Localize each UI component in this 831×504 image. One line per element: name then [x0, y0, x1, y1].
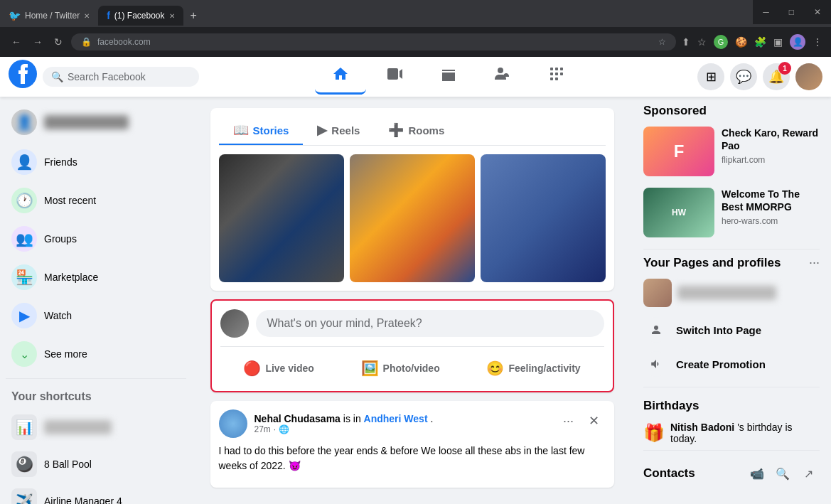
tab-twitter[interactable]: 🐦 Home / Twitter ✕ [0, 6, 98, 26]
nav-home[interactable] [315, 60, 366, 95]
contacts-header: Contacts 📹 🔍 ↗ [643, 462, 820, 485]
svg-rect-7 [550, 73, 553, 75]
sidebar-icon[interactable]: ▣ [773, 36, 783, 48]
svg-point-12 [654, 326, 658, 330]
feeling-activity-button[interactable]: 😊 Feeling/activity [475, 354, 591, 382]
sidebar-item-seemore[interactable]: ⌄ See more [6, 336, 186, 372]
svg-rect-8 [555, 73, 558, 75]
page-item[interactable]: ██████ ██████ [643, 279, 820, 307]
post-close-button[interactable]: ✕ [583, 409, 606, 432]
more-options-icon[interactable]: ⋮ [813, 36, 822, 48]
post-location-name: Andheri West [364, 413, 428, 424]
rooms-tab-label: Rooms [408, 124, 444, 136]
shortcut-label-8ball: 8 Ball Pool [44, 459, 92, 470]
address-bar[interactable]: 🔒 facebook.com ☆ [71, 33, 676, 50]
live-video-button[interactable]: 🔴 Live video [232, 354, 325, 382]
post-author-avatar[interactable] [219, 409, 247, 438]
live-label: Live video [265, 363, 313, 374]
shortcut-item-1[interactable]: 📊 ██████ ██ [6, 409, 186, 446]
bookmark-icon[interactable]: ☆ [697, 36, 707, 48]
sidebar-item-recent[interactable]: 🕐 Most recent [6, 182, 186, 219]
post-period: . [430, 413, 433, 424]
share-icon[interactable]: ⬆ [682, 36, 690, 48]
search-placeholder: Search Facebook [68, 71, 146, 82]
groups-sidebar-icon: 👥 [11, 226, 37, 252]
your-pages-header: Your Pages and profiles ··· [643, 255, 820, 270]
search-contacts-button[interactable]: 🔍 [771, 462, 794, 485]
puzzle-icon[interactable]: 🧩 [754, 36, 766, 48]
tab-reels[interactable]: ▶ Reels [303, 117, 374, 145]
search-box[interactable]: 🔍 Search Facebook [43, 67, 199, 87]
cookie-icon[interactable]: 🍪 [735, 36, 747, 48]
post-meta: 27m · 🌐 [254, 424, 434, 434]
post-time: 27m [254, 424, 271, 434]
notifications-button[interactable]: 🔔 1 [763, 63, 790, 90]
post-content-text: I had to do this before the year ends & … [219, 444, 606, 473]
birthday-person-name: Nitish Badoni [670, 422, 734, 433]
forward-button[interactable]: → [30, 33, 45, 50]
live-icon: 🔴 [243, 360, 261, 377]
create-promotion-label: Create Promotion [676, 358, 766, 370]
sponsored-item-herowars[interactable]: HW Welcome To The Best MMORPG hero-wars.… [643, 188, 820, 237]
sidebar-profile[interactable]: 👤 ████ ██████ [6, 104, 186, 141]
shortcuts-title: Your shortcuts [6, 385, 186, 409]
nav-menu-extra[interactable] [531, 60, 582, 95]
tab-rooms[interactable]: ➕ Rooms [374, 117, 459, 145]
reels-tab-icon: ▶ [317, 122, 327, 138]
sidebar-friends-label: Friends [44, 156, 77, 168]
stories-tab-label: Stories [253, 124, 289, 136]
birthday-item: 🎁 Nitish Badoni 's birthday is today. [643, 422, 820, 444]
tab-facebook[interactable]: f (1) Facebook ✕ [98, 6, 183, 26]
back-button[interactable]: ← [9, 33, 24, 50]
maximize-button[interactable]: □ [779, 0, 804, 24]
story-item-2[interactable] [350, 154, 475, 282]
messenger-button[interactable]: 💬 [730, 63, 757, 90]
shortcut-item-airline[interactable]: ✈️ Airline Manager 4 [6, 483, 186, 504]
sidebar-item-watch[interactable]: ▶ Watch [6, 297, 186, 334]
post-dot: · [274, 424, 276, 434]
tab-facebook-close[interactable]: ✕ [169, 12, 175, 20]
story-item-1[interactable] [219, 154, 344, 282]
nav-right-actions: ⊞ 💬 🔔 1 [697, 63, 822, 90]
photo-video-button[interactable]: 🖼️ Photo/video [350, 354, 451, 382]
refresh-button[interactable]: ↻ [51, 33, 65, 50]
post-more-button[interactable]: ··· [557, 409, 580, 432]
nav-store[interactable] [423, 60, 474, 95]
sponsored-title: Sponsored [643, 104, 820, 118]
sidebar-item-friends[interactable]: 👤 Friends [6, 144, 186, 181]
new-tab-button[interactable]: + [183, 6, 204, 25]
sidebar-item-marketplace[interactable]: 🏪 Marketplace [6, 259, 186, 296]
sidebar-item-groups[interactable]: 👥 Groups [6, 220, 186, 257]
story-item-3[interactable] [481, 154, 606, 282]
feeling-label: Feeling/activity [508, 363, 580, 374]
new-video-call-button[interactable]: 📹 [746, 462, 768, 485]
tab-stories[interactable]: 📖 Stories [219, 117, 304, 145]
create-promotion-button[interactable]: Create Promotion [643, 347, 820, 381]
extension-circle-icon[interactable]: G [714, 35, 728, 49]
feed-post: Nehal Chudasama is in Andheri West . 27m… [210, 401, 614, 488]
sponsored-image-flipkart: F [643, 127, 714, 176]
minimize-button[interactable]: ─ [753, 0, 779, 24]
tab-facebook-title: (1) Facebook [114, 11, 165, 21]
grid-menu-button[interactable]: ⊞ [697, 63, 724, 90]
nav-video[interactable] [369, 60, 420, 95]
profile-avatar-nav[interactable] [795, 63, 822, 90]
svg-rect-9 [560, 73, 563, 75]
switch-into-page-button[interactable]: Switch Into Page [643, 313, 820, 347]
profile-avatar-sidebar: 👤 [11, 109, 37, 135]
shortcut-label-1: ██████ ██ [44, 420, 112, 434]
tab-twitter-close[interactable]: ✕ [84, 12, 90, 20]
shortcut-item-8ball[interactable]: 🎱 8 Ball Pool [6, 446, 186, 483]
switch-page-icon [643, 317, 669, 343]
close-button[interactable]: ✕ [804, 0, 831, 24]
profile-circle[interactable]: 👤 [790, 34, 805, 50]
friends-icon [494, 65, 511, 87]
sponsored-item-flipkart[interactable]: F Check Karo, Reward Pao flipkart.com [643, 127, 820, 176]
expand-contacts-button[interactable]: ↗ [797, 462, 820, 485]
post-input-field[interactable]: What's on your mind, Prateek? [256, 310, 604, 337]
facebook-logo[interactable] [9, 60, 37, 95]
stories-tabs: 📖 Stories ▶ Reels ➕ Rooms [219, 117, 606, 146]
nav-friends[interactable] [477, 60, 528, 95]
pages-more-button[interactable]: ··· [809, 255, 820, 270]
facebook-app: 🔍 Search Facebook [0, 57, 831, 504]
